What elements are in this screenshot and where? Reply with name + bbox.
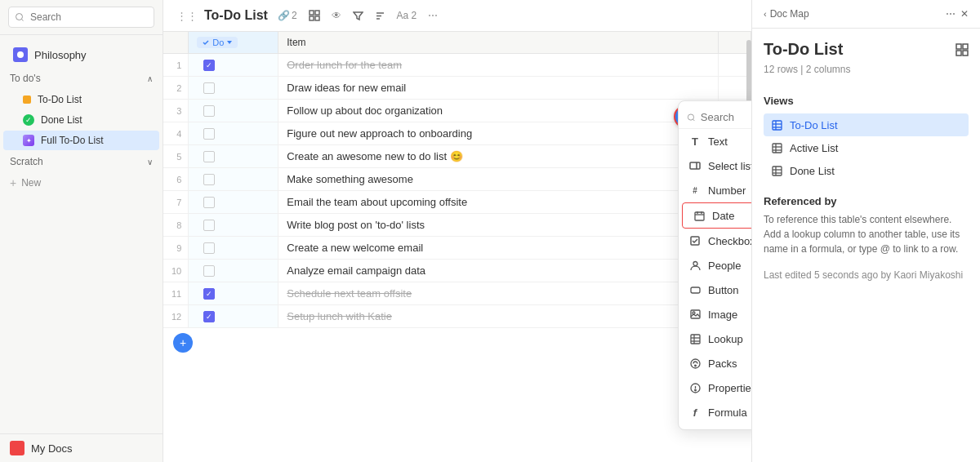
filter-icon[interactable] <box>350 9 367 23</box>
row-checkbox[interactable]: ✓ <box>203 288 215 300</box>
row-checkbox[interactable] <box>203 242 215 254</box>
table-drag-handle[interactable]: ⋮⋮ <box>176 10 198 22</box>
table-row: 4 Figure out new approach to onboarding <box>163 122 751 145</box>
panel-close-icon[interactable]: ✕ <box>960 8 969 20</box>
new-item-btn[interactable]: + New <box>0 172 163 193</box>
table-row: 3 Follow up about doc organization <box>163 100 751 122</box>
row-item-cell[interactable]: Figure out new approach to onboarding <box>278 122 719 145</box>
row-item-cell[interactable]: Follow up about doc organization <box>278 100 719 122</box>
add-row-button[interactable]: + <box>173 333 193 353</box>
view-item-todo[interactable]: To-Do List <box>764 113 969 136</box>
row-checkbox[interactable] <box>203 128 215 140</box>
views-section: Views To-Do List Active List Done List <box>764 95 969 182</box>
wrap-icon[interactable]: Aa 2 <box>394 8 421 23</box>
svg-point-21 <box>693 312 695 314</box>
row-do-cell[interactable] <box>189 122 278 145</box>
row-checkbox[interactable] <box>203 265 215 277</box>
row-checkbox[interactable] <box>203 174 215 185</box>
row-item-cell[interactable]: Analyze email campaign data <box>278 260 719 282</box>
row-checkbox[interactable] <box>203 197 215 208</box>
row-number: 12 <box>163 305 189 328</box>
row-checkbox[interactable] <box>203 82 215 94</box>
row-checkbox[interactable]: ✓ <box>203 60 215 71</box>
dropdown-item-image[interactable]: Image › <box>679 302 751 327</box>
properties-type-icon <box>688 381 702 394</box>
row-do-cell[interactable]: ✓ <box>189 305 278 328</box>
view-item-active[interactable]: Active List <box>764 136 969 159</box>
dropdown-item-checkbox[interactable]: Checkbox <box>679 229 751 253</box>
sidebar-bottom[interactable]: My Docs <box>0 433 163 462</box>
row-do-cell[interactable] <box>189 260 278 282</box>
sort-icon[interactable] <box>372 9 389 23</box>
row-do-cell[interactable] <box>189 145 278 168</box>
row-checkbox[interactable]: ✓ <box>203 311 215 322</box>
col-do-header[interactable]: Do <box>189 32 278 54</box>
row-number: 1 <box>163 54 189 77</box>
dropdown-item-formula[interactable]: f Formula <box>679 400 751 424</box>
dropdown-item-lookup[interactable]: Lookup › <box>679 327 751 351</box>
sidebar-item-philosophy[interactable]: Philosophy <box>3 42 159 67</box>
row-checkbox[interactable] <box>203 151 215 162</box>
row-item-cell[interactable]: Create a new welcome email <box>278 237 719 260</box>
panel-more-icon[interactable]: ⋯ <box>946 8 956 20</box>
row-item-cell[interactable]: Schedule next team offsite <box>278 282 719 305</box>
col-item-header[interactable]: Item <box>278 32 719 54</box>
view-item-done[interactable]: Done List <box>764 159 969 182</box>
row-item-cell[interactable]: Make something awesome <box>278 168 719 191</box>
image-label: Image <box>708 309 737 321</box>
dropdown-item-properties[interactable]: Properties › <box>679 375 751 400</box>
row-do-cell[interactable] <box>189 214 278 237</box>
dropdown-search-input[interactable] <box>701 111 751 123</box>
svg-rect-13 <box>695 212 704 220</box>
row-do-cell[interactable] <box>189 77 278 100</box>
row-do-cell[interactable] <box>189 191 278 214</box>
table-row: 5 Create an awesome new to do list 😊 <box>163 145 751 168</box>
people-type-icon <box>688 259 702 272</box>
right-panel: ‹ Doc Map ⋯ ✕ To-Do List 12 rows | 2 col… <box>751 0 980 462</box>
row-do-cell[interactable] <box>189 100 278 122</box>
dropdown-item-number[interactable]: # Number › <box>679 178 751 202</box>
row-item-cell[interactable]: Create an awesome new to do list 😊 <box>278 145 719 168</box>
main-table: Do Item 1 ✓ Order lunc <box>163 32 751 328</box>
row-item-cell[interactable]: Email the team about upcoming offsite <box>278 191 719 214</box>
row-item-text: Create an awesome new to do list 😊 <box>287 150 462 162</box>
link-icon[interactable]: 🔗 2 <box>274 8 301 23</box>
todo-section-header[interactable]: To do's ∧ <box>0 68 163 89</box>
scratch-section-header[interactable]: Scratch ∨ <box>0 151 163 172</box>
dropdown-item-button[interactable]: Button <box>679 278 751 302</box>
dropdown-item-select[interactable]: Select list › <box>679 153 751 178</box>
dropdown-item-people[interactable]: People <box>679 253 751 278</box>
row-checkbox[interactable] <box>203 105 215 117</box>
sidebar-item-full-todo[interactable]: ✦ Full To-Do List <box>3 131 159 150</box>
table-row: 11 ✓ Schedule next team offsite <box>163 282 751 305</box>
row-item-cell[interactable]: Draw ideas for new email <box>278 77 719 100</box>
svg-point-0 <box>17 51 24 58</box>
row-do-cell[interactable] <box>189 237 278 260</box>
row-do-cell[interactable] <box>189 168 278 191</box>
row-item-cell[interactable]: Setup lunch with Katie <box>278 305 719 328</box>
sidebar-item-done-list[interactable]: Done List <box>3 110 159 130</box>
referenced-by-text: To reference this table's content elsewh… <box>764 212 969 256</box>
breadcrumb: Doc Map <box>770 8 809 20</box>
dropdown-item-packs[interactable]: Packs › <box>679 351 751 375</box>
panel-title: To-Do List <box>764 40 843 59</box>
grid-icon[interactable] <box>305 8 323 23</box>
sidebar-item-todo-list[interactable]: To-Do List <box>3 90 159 109</box>
svg-rect-3 <box>310 16 314 20</box>
table-container: Do Item 1 ✓ Order lunc <box>163 32 751 462</box>
number-label: Number <box>708 184 746 197</box>
search-input[interactable] <box>8 7 154 28</box>
row-do-cell[interactable]: ✓ <box>189 54 278 77</box>
more-icon[interactable]: ⋯ <box>425 8 441 23</box>
svg-rect-4 <box>315 16 319 20</box>
date-label: Date <box>712 210 734 222</box>
dropdown-item-text[interactable]: T Text <box>679 129 751 153</box>
row-item-cell[interactable]: Order lunch for the team <box>278 54 719 77</box>
row-item-cell[interactable]: Write blog post on 'to-do' lists <box>278 214 719 237</box>
dropdown-item-date[interactable]: Date › <box>682 202 751 229</box>
select-type-icon <box>688 159 702 172</box>
row-do-cell[interactable]: ✓ <box>189 282 278 305</box>
table-row: 10 Analyze email campaign data <box>163 260 751 282</box>
view-icon[interactable]: 👁 <box>328 8 345 23</box>
row-checkbox[interactable] <box>203 220 215 231</box>
